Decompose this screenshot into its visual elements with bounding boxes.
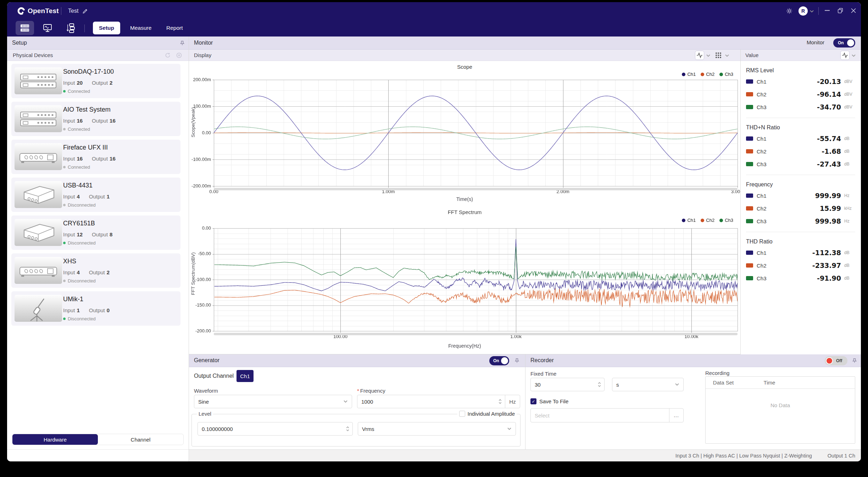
monitor-view-button[interactable] — [38, 21, 57, 35]
generator-toggle[interactable]: On — [489, 356, 509, 365]
tab-measure[interactable]: Measure — [124, 22, 157, 34]
monitor-panel-title: Monitor — [194, 40, 213, 46]
minimize-button[interactable] — [825, 10, 830, 11]
individual-amplitude-option[interactable]: Individual Amplitude — [457, 411, 517, 417]
fft-y-axis-label: FFT Spectrum(dBV) — [190, 252, 196, 295]
layout-grid-icon[interactable] — [715, 52, 722, 58]
fft-chart: FFT Spectrum Ch1 Ch2 Ch3 FFT Spectrum(dB… — [189, 203, 740, 354]
settings-gear-icon[interactable] — [786, 7, 793, 15]
tab-setup[interactable]: Setup — [93, 22, 120, 34]
recorder-toggle[interactable]: Off — [825, 356, 847, 365]
setup-pin-icon[interactable] — [179, 40, 185, 46]
device-card-usb4431[interactable]: USB-4431 Input4Output1 Disconnected — [11, 178, 180, 212]
tab-report[interactable]: Report — [160, 22, 189, 34]
output-channel-ch1-button[interactable]: Ch1 — [237, 370, 254, 382]
time-unit-select[interactable] — [612, 378, 684, 391]
value-panel-header: Value — [740, 50, 861, 61]
add-device-icon[interactable] — [176, 52, 182, 58]
fft-x-axis-label: Frequency(Hz) — [189, 343, 740, 349]
output-summary: Output 1 Ch — [828, 453, 855, 459]
frequency-label-row: *Frequency — [357, 388, 385, 394]
fixed-time-stepper[interactable] — [598, 382, 604, 387]
device-thumbnail — [15, 219, 62, 246]
value-row: Ch2-96.14dBV — [746, 88, 855, 101]
close-button[interactable] — [851, 8, 856, 13]
status-dot — [63, 242, 66, 244]
waveform-select[interactable] — [194, 395, 352, 408]
channel-swatch — [746, 149, 753, 153]
setup-panel-header: Setup — [7, 37, 189, 50]
value-row: Ch1999.99Hz — [746, 189, 855, 202]
no-data-placeholder: No Data — [706, 402, 855, 408]
device-io: Input20Output2 — [63, 80, 112, 86]
monitor-toggle[interactable]: On — [833, 38, 855, 47]
save-to-file-option[interactable]: ✓ Save To File — [530, 398, 568, 404]
status-dot — [63, 166, 66, 168]
display-section-title: Display — [194, 52, 211, 58]
generator-panel-header: Generator On — [189, 354, 525, 367]
level-input[interactable] — [198, 426, 346, 432]
device-thumbnail — [15, 295, 62, 322]
frequency-input-group[interactable]: Hz — [357, 395, 520, 408]
hardware-view-button[interactable] — [16, 21, 34, 35]
toggle-knob — [501, 357, 508, 364]
user-avatar[interactable]: R — [799, 6, 808, 16]
device-name: Fireface UFX III — [63, 144, 108, 151]
level-stepper[interactable] — [346, 426, 352, 431]
recorder-panel: Fixed Time ✓ Save To File ... Recording … — [525, 367, 861, 449]
toggle-knob — [847, 39, 854, 46]
frequency-stepper[interactable] — [499, 399, 505, 404]
level-unit-select[interactable] — [358, 422, 516, 436]
fixed-time-input-group[interactable] — [530, 378, 605, 391]
scope-hscrollbar[interactable] — [214, 188, 738, 190]
fft-hscrollbar[interactable] — [214, 333, 738, 335]
value-style-button[interactable] — [840, 51, 850, 60]
channel-swatch — [746, 162, 753, 166]
sequence-view-button[interactable] — [61, 21, 79, 35]
device-io: Input16Output16 — [63, 156, 116, 162]
generator-pin-icon[interactable] — [514, 358, 520, 364]
restore-button[interactable] — [838, 8, 843, 13]
edit-document-icon[interactable] — [82, 8, 88, 13]
frequency-input[interactable] — [357, 399, 499, 405]
device-card-cry6151b[interactable]: CRY6151B Input12Output8 Disconnected — [11, 215, 180, 250]
input-chain-summary: Input 3 Ch | High Pass AC | Low Pass Nyq… — [675, 453, 812, 459]
device-card-aio[interactable]: AIO Test System Input16Output16 Connecte… — [11, 102, 180, 136]
device-name: XHS — [63, 258, 76, 265]
device-thumbnail — [15, 181, 62, 208]
generator-panel: Output Channel Ch1 Waveform *Frequency H… — [189, 367, 525, 449]
refresh-devices-icon[interactable] — [165, 52, 171, 58]
device-name: CRY6151B — [63, 220, 95, 227]
column-data-set: Data Set — [706, 380, 741, 386]
chart-style-button[interactable] — [695, 51, 704, 60]
scope-y-axis-label: Scope(Vpeak) — [190, 107, 196, 138]
value-style-chevron-icon[interactable] — [852, 54, 856, 57]
level-input-group[interactable] — [197, 422, 353, 436]
fixed-time-input[interactable] — [531, 382, 598, 388]
document-title: Test — [68, 8, 78, 14]
save-to-file-checkbox[interactable]: ✓ — [530, 398, 536, 404]
layout-grid-chevron-icon[interactable] — [725, 54, 729, 57]
device-card-umik[interactable]: UMik-1 Input1Output0 Disconnected — [11, 291, 180, 326]
value-section-rms: RMS Level Ch1-20.13dBV Ch2-96.14dBV Ch3-… — [746, 61, 855, 118]
device-card-fireface[interactable]: Fireface UFX III Input16Output16 Connect… — [11, 140, 180, 174]
account-chevron-icon[interactable] — [810, 10, 814, 13]
device-card-sonodaq[interactable]: SonoDAQ-17-100 Input20Output2 Connected — [11, 64, 180, 98]
output-channel-label: Output Channel — [194, 373, 234, 379]
physical-devices-header: Physical Devices — [7, 50, 189, 61]
individual-amplitude-checkbox[interactable] — [459, 411, 465, 417]
status-bar: Input 3 Ch | High Pass AC | Low Pass Nyq… — [189, 449, 861, 461]
generator-panel-title: Generator — [194, 357, 219, 364]
file-path-input[interactable] — [531, 413, 669, 419]
tab-channel[interactable]: Channel — [98, 434, 183, 445]
value-row: Ch2-233.97dB — [746, 259, 855, 272]
device-card-xhs[interactable]: XHS Input4Output2 Disconnected — [11, 253, 180, 288]
tab-hardware[interactable]: Hardware — [12, 434, 98, 445]
chart-style-chevron-icon[interactable] — [706, 54, 710, 57]
recording-label: Recording — [705, 370, 729, 376]
browse-button[interactable]: ... — [669, 409, 683, 422]
file-path-input-group[interactable]: ... — [530, 408, 684, 422]
recorder-pin-icon[interactable] — [852, 358, 857, 364]
display-section-header: Display — [189, 50, 740, 61]
column-time: Time — [752, 380, 787, 386]
